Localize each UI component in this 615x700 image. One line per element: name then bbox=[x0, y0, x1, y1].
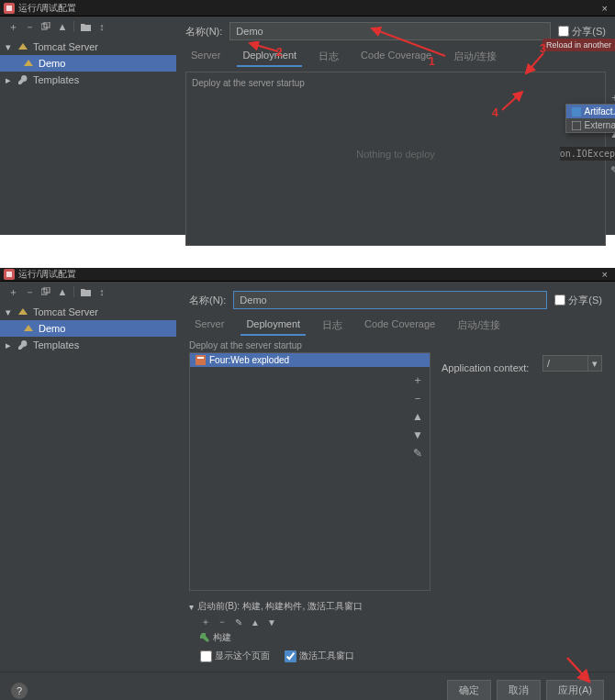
add-artifact-icon[interactable]: ＋ bbox=[411, 373, 424, 386]
tab-startup[interactable]: 启动/连接 bbox=[448, 46, 502, 67]
tree-label: Templates bbox=[33, 339, 79, 350]
tree-tomcat[interactable]: ▾ Tomcat Server bbox=[0, 304, 176, 320]
reload-notice[interactable]: Reload in another bbox=[542, 39, 615, 51]
add-icon[interactable]: ＋ bbox=[7, 21, 18, 32]
up-icon[interactable]: ▲ bbox=[250, 617, 261, 628]
deploy-panel: Deploy at the server startup Nothing to … bbox=[185, 72, 606, 246]
close-icon[interactable]: × bbox=[598, 269, 611, 280]
before-launch-section: ▾ 启动前(B): 构建, 构建构件, 激活工具窗口 ＋ － ✎ ▲ ▼ 构建 … bbox=[189, 600, 602, 662]
close-icon[interactable]: × bbox=[598, 3, 611, 14]
app-icon bbox=[4, 269, 15, 280]
svg-rect-15 bbox=[197, 357, 204, 359]
tomcat-icon bbox=[17, 41, 29, 52]
cancel-button[interactable]: 取消 bbox=[497, 680, 541, 700]
tree-templates[interactable]: ▸ Templates bbox=[0, 72, 176, 88]
tree-demo[interactable]: Demo bbox=[0, 320, 176, 337]
tree-label: Tomcat Server bbox=[33, 41, 98, 52]
edit-icon[interactable]: ✎ bbox=[233, 617, 244, 628]
add-icon[interactable]: ＋ bbox=[200, 617, 211, 628]
chevron-down-icon: ▾ bbox=[6, 41, 13, 53]
apply-button[interactable]: 应用(A) bbox=[546, 680, 604, 700]
name-label: 名称(N): bbox=[189, 294, 226, 307]
name-input[interactable] bbox=[233, 291, 547, 309]
war-icon bbox=[196, 355, 206, 365]
tomcat-icon bbox=[22, 323, 35, 334]
hammer-icon bbox=[200, 633, 209, 642]
wrench-icon bbox=[17, 339, 29, 350]
popup-artifact[interactable]: Artifact... bbox=[566, 105, 615, 118]
artifact-icon bbox=[572, 107, 581, 117]
folder-icon[interactable] bbox=[80, 21, 91, 32]
tab-logs[interactable]: 日志 bbox=[317, 315, 348, 336]
artifact-side-buttons: ＋ － ▲ ▼ ✎ bbox=[411, 373, 424, 460]
tab-deployment[interactable]: Deployment bbox=[240, 315, 306, 336]
up-artifact-icon[interactable]: ▲ bbox=[411, 410, 424, 423]
tab-deployment[interactable]: Deployment bbox=[237, 46, 302, 67]
check-activate-tool[interactable]: 激活工具窗口 bbox=[285, 650, 354, 662]
tab-server[interactable]: Server bbox=[189, 315, 229, 336]
up-icon[interactable]: ▲ bbox=[57, 21, 68, 32]
wand-icon[interactable]: ↕ bbox=[96, 21, 107, 32]
tree-tomcat[interactable]: ▾ Tomcat Server bbox=[0, 39, 176, 55]
edit-artifact-icon[interactable]: ✎ bbox=[411, 447, 424, 460]
up-icon[interactable]: ▲ bbox=[57, 286, 68, 297]
separator bbox=[73, 286, 74, 297]
tab-codecoverage[interactable]: Code Coverage bbox=[355, 46, 437, 67]
artifact-name: Four:Web exploded bbox=[209, 355, 289, 365]
check-show-page[interactable]: 显示这个页面 bbox=[200, 650, 270, 662]
remove-icon[interactable]: － bbox=[217, 617, 228, 628]
left-panel: ＋ － ▲ ↕ ▾ Tomcat Server Demo bbox=[0, 17, 176, 235]
popup-external[interactable]: External Source... bbox=[566, 118, 615, 132]
chevron-right-icon: ▸ bbox=[6, 74, 13, 86]
chevron-right-icon: ▸ bbox=[6, 339, 13, 351]
share-checkbox[interactable]: 分享(S) bbox=[554, 294, 602, 307]
down-artifact-icon[interactable]: ▼ bbox=[411, 428, 424, 441]
window-title: 运行/调试配置 bbox=[18, 2, 598, 15]
left-panel: ＋ － ▲ ↕ ▾ Tomcat Server Demo bbox=[0, 282, 176, 672]
titlebar: 运行/调试配置 × bbox=[0, 0, 615, 17]
config-tree: ▾ Tomcat Server Demo ▸ Templates bbox=[0, 37, 176, 90]
tree-templates[interactable]: ▸ Templates bbox=[0, 337, 176, 353]
config-toolbar: ＋ － ▲ ↕ bbox=[0, 17, 176, 37]
bl-toolbar: ＋ － ✎ ▲ ▼ bbox=[189, 617, 602, 628]
tab-server[interactable]: Server bbox=[185, 46, 226, 67]
tree-label: Demo bbox=[39, 58, 65, 69]
chevron-down-icon: ▾ bbox=[6, 306, 13, 318]
remove-icon[interactable]: － bbox=[24, 286, 35, 297]
copy-icon[interactable] bbox=[40, 21, 51, 32]
tab-logs[interactable]: 日志 bbox=[313, 46, 344, 67]
remove-icon[interactable]: － bbox=[24, 21, 35, 32]
svg-rect-14 bbox=[196, 355, 206, 365]
name-input[interactable] bbox=[229, 22, 551, 40]
chevron-down-icon[interactable]: ▾ bbox=[189, 602, 194, 612]
add-icon[interactable]: ＋ bbox=[7, 286, 18, 297]
external-icon bbox=[572, 121, 581, 130]
context-input[interactable] bbox=[542, 355, 588, 372]
tab-startup[interactable]: 启动/连接 bbox=[452, 315, 506, 336]
chevron-down-icon[interactable]: ▾ bbox=[588, 355, 602, 372]
down-icon[interactable]: ▼ bbox=[266, 617, 277, 628]
svg-rect-5 bbox=[572, 121, 581, 130]
edit-artifact-icon[interactable]: ✎ bbox=[609, 164, 615, 177]
tomcat-icon bbox=[17, 306, 29, 317]
artifact-row[interactable]: Four:Web exploded bbox=[190, 353, 430, 367]
callout-4: 4 bbox=[492, 106, 498, 119]
tree-demo[interactable]: Demo bbox=[0, 55, 176, 72]
tomcat-icon bbox=[22, 58, 35, 69]
context-label: Application context: bbox=[442, 362, 529, 373]
tab-codecoverage[interactable]: Code Coverage bbox=[359, 315, 441, 336]
share-checkbox[interactable]: 分享(S) bbox=[558, 25, 606, 39]
svg-rect-4 bbox=[572, 107, 581, 117]
wand-icon[interactable]: ↕ bbox=[96, 286, 107, 297]
folder-icon[interactable] bbox=[80, 286, 91, 297]
bl-build-item[interactable]: 构建 bbox=[189, 631, 602, 644]
svg-rect-1 bbox=[6, 6, 12, 11]
callout-3: 3 bbox=[540, 42, 546, 55]
deploy-empty: Nothing to deploy bbox=[192, 90, 599, 218]
copy-icon[interactable] bbox=[40, 286, 51, 297]
add-popup-menu: Artifact... External Source... bbox=[565, 104, 615, 133]
remove-artifact-icon[interactable]: － bbox=[411, 392, 424, 405]
ok-button[interactable]: 确定 bbox=[447, 680, 491, 700]
help-button[interactable]: ? bbox=[11, 683, 28, 699]
add-artifact-icon[interactable]: ＋ bbox=[609, 91, 615, 104]
